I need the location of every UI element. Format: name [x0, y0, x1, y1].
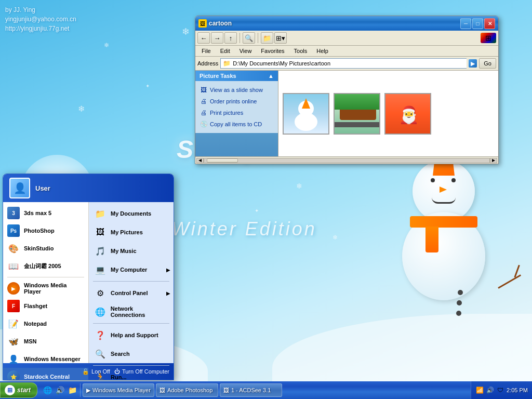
task-print[interactable]: 🖨 Print pictures — [197, 107, 276, 118]
watermark-line3: http://yingjunjiu.77g.net — [5, 24, 76, 33]
ql-folder[interactable]: 📁 — [66, 384, 78, 396]
my-pictures-icon: 🖼 — [94, 226, 107, 238]
snowman-eye-right — [451, 178, 456, 182]
back-button[interactable]: ← — [197, 32, 210, 44]
scroll-left-btn[interactable]: ◀ — [196, 158, 204, 163]
xp-window-icon: 🖼 — [198, 19, 207, 28]
mediaplayer-taskbar-label: Windows Media Player — [92, 387, 151, 393]
snowflake: ❄ — [332, 234, 338, 241]
snowflake: ❄ — [78, 104, 85, 114]
snowman-eye-left — [431, 178, 435, 182]
tray-volume[interactable]: 🔊 — [486, 386, 494, 394]
taskbar: ⊞ start 🌐 🔊 📁 ▶ Windows Media Player 🖼 A… — [0, 381, 532, 399]
username: User — [35, 184, 50, 192]
taskbar-photoshop[interactable]: 🖼 Adobe Photoshop — [156, 383, 218, 397]
task-print-online[interactable]: 🖨 Order prints online — [197, 96, 276, 107]
start-item-messenger[interactable]: 👤 Windows Messenger — [3, 350, 88, 368]
snowman-btn3 — [456, 311, 461, 316]
watermark-line1: by JJ. Ying — [5, 5, 76, 15]
menu-file[interactable]: File — [197, 47, 215, 55]
smr-search[interactable]: 🔍 Search — [89, 344, 174, 363]
ql-sound[interactable]: 🔊 — [54, 384, 65, 396]
folders-button[interactable]: 📁 — [261, 32, 273, 44]
smr-my-documents[interactable]: 📁 My Documents — [89, 204, 174, 223]
ql-browser[interactable]: 🌐 — [42, 384, 53, 396]
xp-titlebar: 🖼 cartoon ─ □ ✕ — [195, 16, 498, 31]
tray-security[interactable]: 🛡 — [496, 386, 504, 394]
start-item-stardock[interactable]: ⭐ Stardock Central — [3, 368, 88, 380]
network-icon: 🌐 — [94, 305, 107, 318]
start-item-notepad[interactable]: 📝 Notepad — [3, 315, 88, 332]
task-slideshow[interactable]: 🖼 View as a slide show — [197, 84, 276, 96]
up-button[interactable]: ↑ — [224, 32, 237, 44]
xp-left-panel: Picture Tasks ▲ 🖼 View as a slide show 🖨… — [195, 71, 278, 156]
taskbar-mediaplayer[interactable]: ▶ Windows Media Player — [83, 383, 154, 397]
photoshop-taskbar-icon: 🖼 — [159, 387, 165, 393]
tray-network[interactable]: 📶 — [475, 386, 484, 394]
smr-my-music[interactable]: 🎵 My Music — [89, 242, 174, 260]
xp-horizontal-scrollbar[interactable]: ◀ ▶ — [195, 156, 498, 164]
smr-help[interactable]: ❓ Help and Support — [89, 326, 174, 344]
toolbar-separator — [240, 33, 240, 43]
start-item-3dsmax[interactable]: 3 3ds max 5 — [3, 204, 88, 222]
thumbnail-2[interactable] — [334, 93, 380, 135]
smr-control-panel[interactable]: ⚙ Control Panel ▶ — [89, 284, 174, 302]
start-menu-header: 👤 User — [3, 174, 174, 202]
taskbar-acdsee[interactable]: 🖼 1 - ACDSee 3.1 — [220, 383, 282, 397]
watermark-line2: yingjunjiu@yahoo.com.cn — [5, 15, 76, 24]
control-panel-icon: ⚙ — [94, 287, 107, 299]
start-item-msn[interactable]: 🦋 MSN — [3, 332, 88, 350]
thumbnail-1[interactable] — [283, 93, 329, 135]
smr-network[interactable]: 🌐 Network Connections — [89, 302, 174, 321]
views-button[interactable]: ⊞▾ — [274, 32, 287, 44]
flashget-icon: F — [7, 300, 20, 312]
start-menu-body: 3 3ds max 5 Ps PhotoShop 🎨 SkinStudio 📖 … — [3, 202, 174, 363]
minimize-button[interactable]: ─ — [460, 18, 471, 29]
forward-button[interactable]: → — [211, 32, 223, 44]
smr-my-pictures[interactable]: 🖼 My Pictures — [89, 223, 174, 242]
help-icon: ❓ — [94, 329, 107, 341]
xp-window-controls: ─ □ ✕ — [460, 18, 495, 29]
start-item-flashget[interactable]: F Flashget — [3, 297, 88, 315]
mediaplayer-taskbar-icon: ▶ — [86, 387, 90, 394]
start-item-photoshop[interactable]: Ps PhotoShop — [3, 222, 88, 240]
menu-view[interactable]: View — [235, 47, 256, 55]
search-button[interactable]: 🔍 — [243, 32, 255, 44]
smr-run[interactable]: 🏃 Run... — [89, 368, 174, 380]
task-copy-cd[interactable]: 💿 Copy all items to CD — [197, 118, 276, 130]
menu-favorites[interactable]: Favorites — [257, 47, 288, 55]
xp-content: Picture Tasks ▲ 🖼 View as a slide show 🖨… — [195, 71, 498, 156]
start-menu-right: 📁 My Documents 🖼 My Pictures 🎵 My Music … — [89, 202, 174, 363]
xp-thumbnail-panel: 🎅 — [278, 71, 498, 156]
my-documents-icon: 📁 — [94, 207, 107, 220]
mediaplayer-icon: ▶ — [7, 282, 20, 295]
print-online-icon: 🖨 — [200, 97, 208, 105]
snowman-arm-right — [498, 274, 521, 289]
address-input[interactable]: 📁 D:\My Documents\My Pictures\cartoon — [220, 58, 467, 69]
scrollbar-thumb[interactable] — [207, 158, 238, 163]
picture-tasks-header[interactable]: Picture Tasks ▲ — [195, 71, 278, 81]
start-item-skinstudio[interactable]: 🎨 SkinStudio — [3, 240, 88, 257]
picture-tasks-title: Picture Tasks — [200, 73, 236, 79]
start-button[interactable]: ⊞ start — [0, 382, 37, 398]
log-off-icon: 🔓 — [82, 368, 89, 375]
scrollbar-track[interactable] — [204, 158, 490, 163]
scroll-right-btn[interactable]: ▶ — [490, 158, 497, 163]
xp-addressbar: Address 📁 D:\My Documents\My Pictures\ca… — [195, 57, 498, 71]
start-item-jinshan[interactable]: 📖 金山词霸 2005 — [3, 257, 88, 275]
start-item-mediaplayer[interactable]: ▶ Windows Media Player — [3, 280, 88, 297]
slideshow-icon: 🖼 — [200, 86, 208, 94]
maximize-button[interactable]: □ — [472, 18, 483, 29]
thumbnail-3[interactable]: 🎅 — [384, 93, 431, 135]
smr-my-computer[interactable]: 💻 My Computer ▶ — [89, 260, 174, 279]
menu-tools[interactable]: Tools — [290, 47, 312, 55]
snowman-btn2 — [457, 300, 462, 305]
msn-icon: 🦋 — [7, 335, 20, 348]
menu-help[interactable]: Help — [312, 47, 332, 55]
skinstudio-icon: 🎨 — [7, 242, 20, 255]
start-label: start — [17, 387, 31, 394]
menu-edit[interactable]: Edit — [216, 47, 234, 55]
go-button[interactable]: Go — [479, 58, 496, 69]
close-button[interactable]: ✕ — [484, 18, 495, 29]
control-panel-arrow: ▶ — [166, 290, 170, 296]
